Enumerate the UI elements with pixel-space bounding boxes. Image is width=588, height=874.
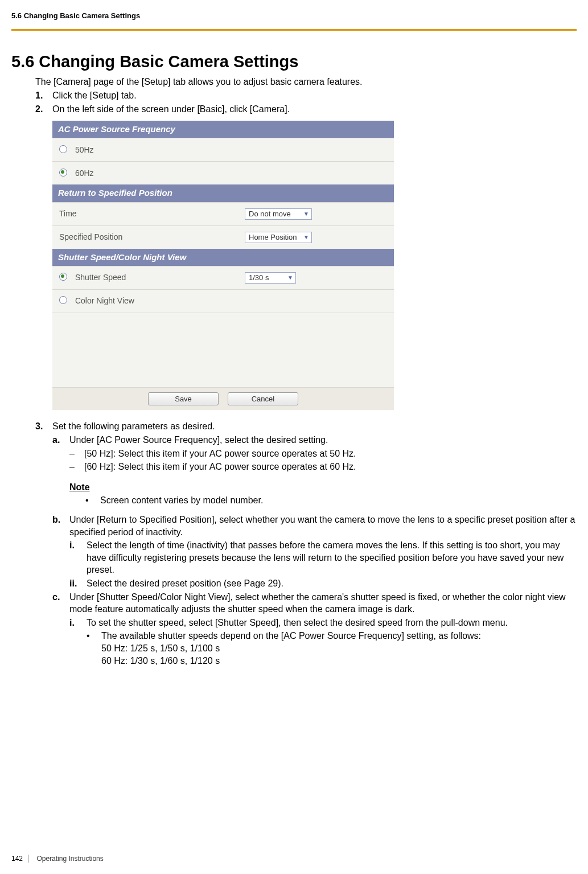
camera-settings-panel: AC Power Source Frequency 50Hz 60Hz [52, 121, 394, 410]
radio-label-night: Color Night View [75, 296, 134, 305]
doc-title: Operating Instructions [36, 855, 103, 863]
save-button[interactable]: Save [148, 392, 219, 406]
step-3b-text: Under [Return to Specified Position], se… [69, 515, 575, 537]
step-3b-i: Select the length of time (inactivity) t… [69, 539, 577, 576]
chevron-down-icon: ▼ [287, 274, 293, 282]
step-3a-dash2: [60 Hz]: Select this item if your AC pow… [69, 461, 577, 473]
select-shutter-speed-value: 1/30 s [249, 273, 269, 283]
cancel-button[interactable]: Cancel [228, 392, 298, 406]
label-specified-position: Specified Position [59, 232, 245, 243]
step-2-text: On the left side of the screen under [Ba… [52, 104, 290, 114]
note-heading: Note [69, 481, 577, 494]
radio-row-60hz[interactable]: 60Hz [52, 161, 394, 184]
panel-spacer [52, 313, 394, 387]
radio-icon [59, 296, 67, 304]
panel-header-return-position: Return to Specified Position [52, 184, 394, 202]
step-3-text: Set the following parameters as desired. [52, 421, 215, 431]
select-time[interactable]: Do not move ▼ [245, 208, 312, 220]
shutter-50hz-line: 50 Hz: 1/25 s, 1/50 s, 1/100 s [101, 642, 577, 655]
select-specified-position[interactable]: Home Position ▼ [245, 232, 312, 243]
chevron-down-icon: ▼ [303, 233, 309, 241]
radio-label-60hz: 60Hz [75, 169, 94, 178]
panel-header-shutter: Shutter Speed/Color Night View [52, 249, 394, 266]
step-3c: Under [Shutter Speed/Color Night View], … [52, 591, 577, 667]
select-specified-position-value: Home Position [249, 232, 297, 243]
step-3a-text: Under [AC Power Source Frequency], selec… [69, 435, 328, 445]
page-number: 142 [11, 855, 29, 863]
section-title: 5.6 Changing Basic Camera Settings [11, 52, 577, 71]
page-footer: 142 Operating Instructions [11, 855, 104, 863]
panel-button-bar: Save Cancel [52, 387, 394, 411]
step-3b-ii: Select the desired preset position (see … [69, 577, 577, 590]
step-2: On the left side of the screen under [Ba… [35, 103, 577, 411]
radio-row-50hz[interactable]: 50Hz [52, 138, 394, 161]
running-header: 5.6 Changing Basic Camera Settings [11, 11, 577, 23]
step-3a-dash1: [50 Hz]: Select this item if your AC pow… [69, 448, 577, 460]
step-3c-i-bullet: The available shutter speeds depend on t… [87, 630, 577, 667]
step-3: Set the following parameters as desired.… [35, 420, 577, 667]
chevron-down-icon: ▼ [303, 210, 309, 218]
panel-header-ac-power: AC Power Source Frequency [52, 121, 394, 138]
select-time-value: Do not move [249, 209, 291, 219]
header-divider [11, 23, 577, 31]
step-3a: Under [AC Power Source Frequency], selec… [52, 434, 577, 507]
note-bullet-1: Screen content varies by model number. [85, 494, 577, 507]
step-3c-i-bullet-text: The available shutter speeds depend on t… [101, 631, 481, 641]
step-3c-i-text: To set the shutter speed, select [Shutte… [87, 618, 508, 627]
radio-icon-selected [59, 169, 67, 177]
radio-row-shutter-speed[interactable]: Shutter Speed 1/30 s ▼ [52, 266, 394, 289]
radio-label-shutter: Shutter Speed [75, 273, 126, 282]
radio-icon-selected [59, 273, 67, 281]
radio-row-color-night-view[interactable]: Color Night View [52, 289, 394, 313]
label-time: Time [59, 208, 245, 219]
step-3c-text: Under [Shutter Speed/Color Night View], … [69, 592, 566, 614]
step-1: Click the [Setup] tab. [35, 89, 577, 102]
shutter-60hz-line: 60 Hz: 1/30 s, 1/60 s, 1/120 s [101, 655, 577, 667]
step-3b: Under [Return to Specified Position], se… [52, 514, 577, 590]
intro-paragraph: The [Camera] page of the [Setup] tab all… [35, 77, 577, 87]
select-shutter-speed[interactable]: 1/30 s ▼ [245, 272, 296, 284]
step-3c-i: To set the shutter speed, select [Shutte… [69, 617, 577, 667]
radio-icon [59, 145, 67, 153]
radio-label-50hz: 50Hz [75, 145, 94, 154]
